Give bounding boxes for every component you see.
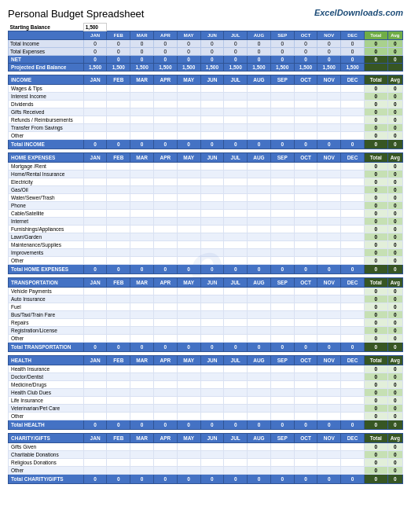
income-section-header: INCOME JAN FEB MAR APR MAY JUN JUL AUG S… bbox=[9, 75, 403, 85]
header-aug: AUG bbox=[248, 31, 271, 40]
health-header-label: HEALTH bbox=[9, 356, 84, 365]
transport-total-row: Total TRANSPORTATION 000000000000 00 bbox=[9, 343, 403, 352]
health-row-medicine: Medicine/Drugs 00 bbox=[9, 381, 403, 389]
health-section-header: HEALTH JANFEBMARAPRMAYJUNJULAUGSEPOCTNOV… bbox=[9, 356, 403, 365]
home-section-header: HOME EXPENSES JANFEBMARAPRMAYJUNJULAUGSE… bbox=[9, 153, 403, 163]
header-avg: Avg bbox=[387, 31, 402, 40]
income-row-transfer: Transfer From Savings 00 bbox=[9, 124, 403, 132]
home-row-lawn: Lawn/Garden 00 bbox=[9, 233, 403, 241]
header-nov: NOV bbox=[317, 31, 341, 40]
net-label: NET bbox=[9, 56, 84, 64]
projected-label: Projected End Balance bbox=[9, 64, 84, 72]
home-row-gasoil: Gas/Oil 00 bbox=[9, 186, 403, 194]
header-jun: JUN bbox=[200, 31, 224, 40]
home-row-other: Other 00 bbox=[9, 257, 403, 265]
home-row-insurance: Home/Rental Insurance 00 bbox=[9, 171, 403, 178]
spreadsheet: Starting Balance 1,500 JAN FEB MAR APR M… bbox=[8, 23, 403, 484]
charity-row-gifts-given: Gifts Given 00 bbox=[9, 443, 403, 451]
home-row-water: Water/Sewer/Trash 00 bbox=[9, 194, 403, 202]
transport-header-label: TRANSPORTATION bbox=[9, 278, 84, 288]
health-row-life: Life Insurance 00 bbox=[9, 397, 403, 405]
income-header-label: INCOME bbox=[9, 75, 84, 85]
health-row-vet: Veterinarian/Pet Care 00 bbox=[9, 405, 403, 413]
projected-row: Projected End Balance 1,500 1,500 1,500 … bbox=[9, 64, 403, 72]
income-row-other: Other 00 bbox=[9, 132, 403, 140]
header-feb: FEB bbox=[107, 31, 130, 40]
home-row-furnishings: Furnishings/Appliances 00 bbox=[9, 226, 403, 233]
health-row-doctor: Doctor/Dentist 00 bbox=[9, 373, 403, 381]
charity-header-label: CHARITY/GIFTS bbox=[9, 434, 84, 443]
home-row-electricity: Electricity 00 bbox=[9, 178, 403, 186]
total-expenses-label: Total Expenses bbox=[9, 48, 84, 56]
health-row-club: Health Club Dues 00 bbox=[9, 389, 403, 397]
income-row-gifts: Gifts Received 00 bbox=[9, 108, 403, 116]
header-total: Total bbox=[364, 31, 387, 40]
transport-row-repairs: Repairs 00 bbox=[9, 319, 403, 327]
income-row-interest: Interest Income 00 bbox=[9, 93, 403, 101]
health-row-insurance: Health Insurance 00 bbox=[9, 365, 403, 373]
header-blank bbox=[9, 31, 84, 40]
total-income-label: Total Income bbox=[9, 40, 84, 48]
transport-row-fuel: Fuel 00 bbox=[9, 303, 403, 311]
transport-row-vehicle: Vehicle Payments 00 bbox=[9, 288, 403, 295]
starting-balance-label: Starting Balance bbox=[9, 24, 84, 31]
home-row-phone: Phone 00 bbox=[9, 202, 403, 210]
home-total-row: Total HOME EXPENSES 000000000000 00 bbox=[9, 265, 403, 274]
header-apr: APR bbox=[154, 31, 178, 40]
transport-row-autoinsurance: Auto Insurance 00 bbox=[9, 295, 403, 303]
main-header-row: JAN FEB MAR APR MAY JUN JUL AUG SEP OCT … bbox=[9, 31, 403, 40]
health-total-row: Total HEALTH 000000000000 00 bbox=[9, 420, 403, 430]
transport-row-bus: Bus/Taxi/Train Fare 00 bbox=[9, 311, 403, 319]
home-row-internet: Internet 00 bbox=[9, 218, 403, 226]
home-row-cable: Cable/Satellite 00 bbox=[9, 210, 403, 218]
starting-balance-value[interactable]: 1,500 bbox=[83, 24, 107, 31]
charity-total-row: Total CHARITY/GIFTS 000000000000 00 bbox=[9, 475, 403, 484]
income-row-wages: Wages & Tips 00 bbox=[9, 85, 403, 93]
starting-balance-row: Starting Balance 1,500 bbox=[9, 24, 403, 31]
total-income-row: Total Income 0 0 0 0 0 0 0 0 0 0 0 0 0 0 bbox=[9, 40, 403, 48]
header-jul: JUL bbox=[224, 31, 248, 40]
transport-section-header: TRANSPORTATION JANFEBMARAPRMAYJUNJULAUGS… bbox=[9, 278, 403, 288]
home-header-label: HOME EXPENSES bbox=[9, 153, 84, 163]
header-jan: JAN bbox=[83, 31, 107, 40]
charity-row-charitable: Charitable Donations 00 bbox=[9, 451, 403, 459]
header-sep: SEP bbox=[270, 31, 294, 40]
charity-row-religious: Religious Donations 00 bbox=[9, 459, 403, 467]
home-row-improvements: Improvements 00 bbox=[9, 249, 403, 257]
charity-section-header: CHARITY/GIFTS JANFEBMARAPRMAYJUNJULAUGSE… bbox=[9, 434, 403, 443]
income-total-row: Total INCOME 000000000000 00 bbox=[9, 140, 403, 149]
excel-logo: ExcelDownloads.com bbox=[314, 8, 403, 17]
net-row: NET 0 0 0 0 0 0 0 0 0 0 0 0 0 0 bbox=[9, 56, 403, 64]
home-row-mortgage: Mortgage /Rent 00 bbox=[9, 163, 403, 171]
transport-row-other: Other 00 bbox=[9, 335, 403, 343]
income-row-refunds: Refunds / Reimbursements 00 bbox=[9, 116, 403, 124]
total-expenses-row: Total Expenses 0 0 0 0 0 0 0 0 0 0 0 0 0… bbox=[9, 48, 403, 56]
header-mar: MAR bbox=[130, 31, 154, 40]
transport-row-registration: Registration/License 00 bbox=[9, 327, 403, 335]
health-row-other: Other 00 bbox=[9, 413, 403, 420]
income-row-dividends: Dividends 00 bbox=[9, 101, 403, 108]
header-oct: OCT bbox=[294, 31, 317, 40]
home-row-maintenance: Maintenance/Supplies 00 bbox=[9, 241, 403, 249]
header-may: MAY bbox=[177, 31, 200, 40]
charity-row-other: Other 00 bbox=[9, 467, 403, 475]
header-dec: DEC bbox=[341, 31, 365, 40]
